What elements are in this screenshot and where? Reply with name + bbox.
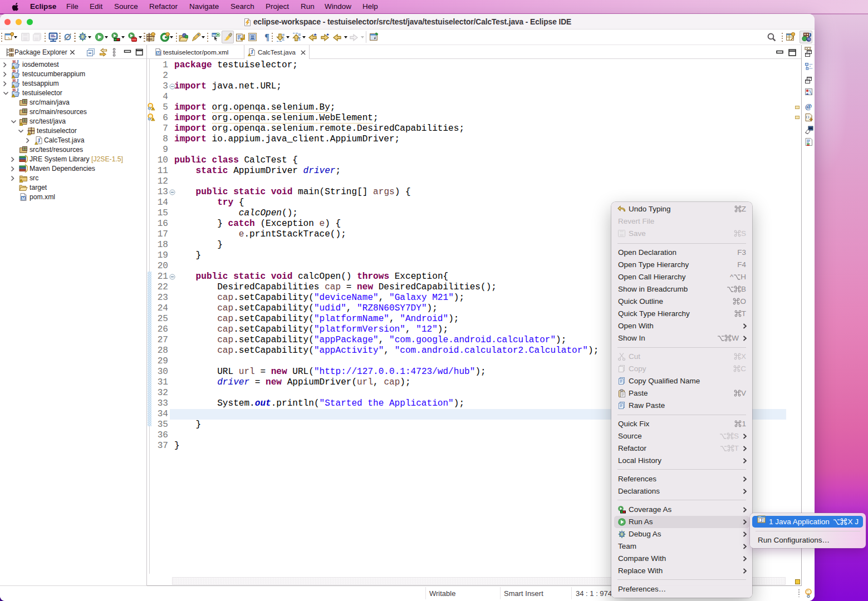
svg-text:J: J — [251, 50, 253, 55]
svg-text:J: J — [17, 60, 19, 65]
svg-text:J: J — [17, 70, 19, 74]
svg-text:¶: ¶ — [264, 32, 269, 42]
svg-text:M: M — [13, 88, 16, 92]
svg-text:J: J — [17, 79, 19, 83]
svg-text:J: J — [761, 518, 763, 523]
svg-text:M: M — [13, 70, 16, 73]
svg-text:M: M — [13, 60, 16, 63]
svg-text:J: J — [37, 137, 40, 144]
svg-text:M: M — [157, 51, 160, 55]
svg-text:M: M — [22, 196, 25, 201]
svg-text:@: @ — [805, 102, 812, 110]
svg-text:M: M — [13, 79, 16, 82]
svg-text:J: J — [17, 88, 19, 93]
